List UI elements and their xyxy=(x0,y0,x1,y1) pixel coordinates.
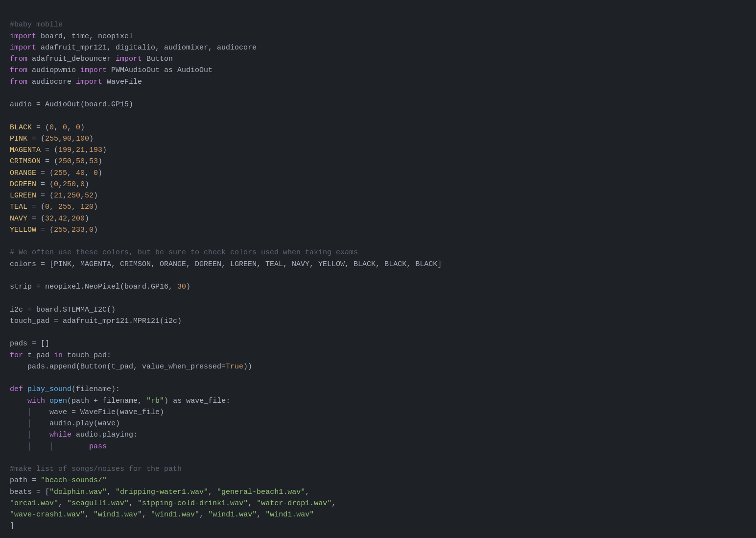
for-loop: for t_pad in touch_pad: xyxy=(10,351,111,360)
import-line2: import adafruit_mpr121, digitalio, audio… xyxy=(10,44,257,52)
i2c-assign: i2c = board.STEMMA_I2C() xyxy=(10,306,116,314)
def-play-sound: def play_sound(filename): xyxy=(10,385,120,393)
yellow-assign: YELLOW = (255,233,0) xyxy=(10,226,98,234)
wave-assign: │ wave = WaveFile(wave_file) xyxy=(10,408,164,416)
touchpad-assign: touch_pad = adafruit_mpr121.MPR121(i2c) xyxy=(10,317,182,325)
from-line2: from audiopwmio import PWMAudioOut as Au… xyxy=(10,66,213,74)
audio-assign: audio = AudioOut(board.GP15) xyxy=(10,100,133,109)
dgreen-assign: DGREEN = (0,250,0) xyxy=(10,180,89,189)
orange-assign: ORANGE = (255, 40, 0) xyxy=(10,169,102,177)
navy-assign: NAVY = (32,42,200) xyxy=(10,215,89,223)
black-assign: BLACK = (0, 0, 0) xyxy=(10,123,85,132)
pass-stmt: │ │ pass xyxy=(10,442,107,451)
pads-assign: pads = [] xyxy=(10,340,49,348)
with-open: with open(path + filename, "rb") as wave… xyxy=(10,397,230,405)
from-line1: from adafruit_debouncer import Button xyxy=(10,55,173,63)
strip-assign: strip = neopixel.NeoPixel(board.GP16, 30… xyxy=(10,283,190,291)
comment-colors: # We often use these colors, but be sure… xyxy=(10,248,358,257)
beats-close: ] xyxy=(10,522,14,530)
code-editor: #baby mobile import board, time, neopixe… xyxy=(10,8,746,532)
teal-assign: TEAL = (0, 255, 120) xyxy=(10,203,98,211)
audio-play: │ audio.play(wave) xyxy=(10,419,120,428)
import-line1: import board, time, neopixel xyxy=(10,32,133,41)
beats-assign-line1: beats = ["dolphin.wav", "dripping-water1… xyxy=(10,488,309,496)
pink-assign: PINK = (255,90,100) xyxy=(10,135,94,143)
comment-make-list: #make list of songs/noises for the path xyxy=(10,465,182,473)
crimson-assign: CRIMSON = (250,50,53) xyxy=(10,157,102,166)
while-playing: │ while audio.playing: xyxy=(10,431,138,439)
colors-assign: colors = [PINK, MAGENTA, CRIMSON, ORANGE… xyxy=(10,260,442,269)
pads-append: pads.append(Button(t_pad, value_when_pre… xyxy=(10,363,252,371)
from-line3: from audiocore import WaveFile xyxy=(10,78,142,86)
lgreen-assign: LGREEN = (21,250,52) xyxy=(10,192,98,200)
beats-assign-line3: "wave-crash1.wav", "wind1.wav", "wind1.w… xyxy=(10,511,314,519)
comment-baby: #baby mobile xyxy=(10,21,63,29)
path-assign: path = "beach-sounds/" xyxy=(10,476,107,485)
beats-assign-line2: "orca1.wav", "seagull1.wav", "sipping-co… xyxy=(10,499,336,508)
magenta-assign: MAGENTA = (199,21,193) xyxy=(10,146,107,154)
